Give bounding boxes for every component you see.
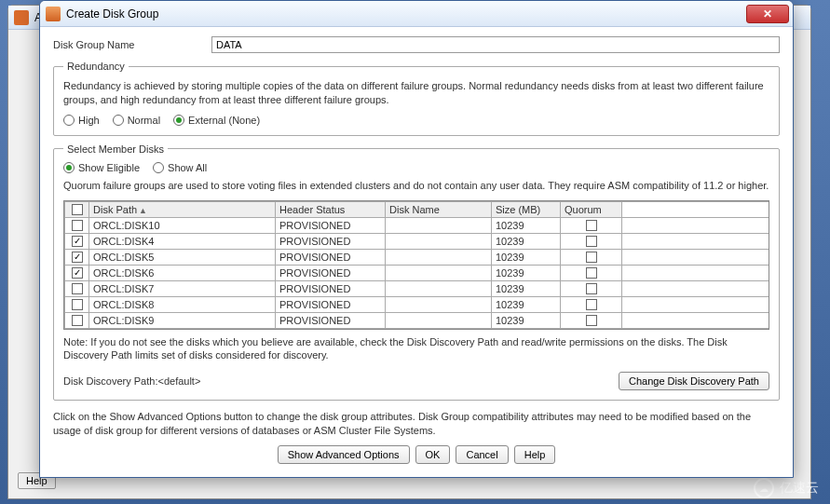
radio-icon bbox=[63, 162, 75, 173]
advanced-options-hint: Click on the Show Advanced Options butto… bbox=[53, 410, 780, 438]
cell-size-mb: 10239 bbox=[492, 312, 561, 328]
discovery-path-label: Disk Discovery Path:<default> bbox=[63, 375, 619, 387]
radio-icon bbox=[173, 115, 184, 126]
show-option-show-eligible[interactable]: Show Eligible bbox=[63, 162, 140, 173]
cell-filler bbox=[622, 217, 769, 233]
col-header-status[interactable]: Header Status bbox=[276, 201, 386, 217]
quorum-checkbox[interactable] bbox=[586, 299, 597, 310]
cell-header-status: PROVISIONED bbox=[276, 265, 386, 280]
redundancy-desc: Redundancy is achieved by storing multip… bbox=[63, 79, 769, 107]
cell-size-mb: 10239 bbox=[492, 217, 561, 233]
cancel-button[interactable]: Cancel bbox=[456, 445, 508, 464]
quorum-checkbox[interactable] bbox=[586, 283, 597, 294]
row-checkbox[interactable] bbox=[72, 267, 83, 279]
quorum-desc: Quorum failure groups are used to store … bbox=[63, 179, 769, 193]
col-size-mb[interactable]: Size (MB) bbox=[492, 201, 561, 217]
watermark: ☁ 亿速云 bbox=[754, 478, 819, 498]
checkbox-icon bbox=[72, 204, 83, 215]
col-disk-name[interactable]: Disk Name bbox=[386, 201, 492, 217]
redundancy-options: HighNormalExternal (None) bbox=[63, 115, 769, 126]
cell-disk-name[interactable] bbox=[386, 312, 492, 328]
row-checkbox[interactable] bbox=[72, 283, 83, 294]
cell-disk-path: ORCL:DISK4 bbox=[89, 233, 276, 249]
row-checkbox[interactable] bbox=[72, 252, 83, 263]
cell-disk-path: ORCL:DISK9 bbox=[89, 312, 276, 328]
radio-label: Normal bbox=[128, 115, 160, 126]
table-row[interactable]: ORCL:DISK4PROVISIONED10239 bbox=[65, 233, 769, 249]
quorum-checkbox[interactable] bbox=[586, 220, 597, 231]
app-icon bbox=[14, 10, 29, 25]
radio-icon bbox=[153, 162, 164, 173]
cell-header-status: PROVISIONED bbox=[276, 296, 386, 312]
cell-filler bbox=[622, 249, 769, 265]
redundancy-option-external-none-[interactable]: External (None) bbox=[173, 115, 260, 126]
quorum-checkbox[interactable] bbox=[586, 252, 597, 263]
titlebar: Create Disk Group ✕ bbox=[40, 1, 793, 27]
cell-disk-path: ORCL:DISK5 bbox=[89, 249, 276, 265]
show-option-show-all[interactable]: Show All bbox=[153, 162, 207, 173]
cell-disk-name[interactable] bbox=[386, 280, 492, 296]
table-row[interactable]: ORCL:DISK8PROVISIONED10239 bbox=[65, 296, 769, 312]
cell-header-status: PROVISIONED bbox=[276, 280, 386, 296]
row-checkbox[interactable] bbox=[72, 236, 83, 247]
cell-size-mb: 10239 bbox=[492, 280, 561, 296]
cell-filler bbox=[622, 312, 769, 328]
cell-size-mb: 10239 bbox=[492, 233, 561, 249]
cell-filler bbox=[622, 233, 769, 249]
cell-filler bbox=[622, 280, 769, 296]
quorum-checkbox[interactable] bbox=[586, 236, 597, 247]
redundancy-legend: Redundancy bbox=[63, 61, 129, 72]
disk-group-name-input[interactable] bbox=[211, 36, 780, 53]
watermark-text: 亿速云 bbox=[780, 480, 819, 497]
show-advanced-options-button[interactable]: Show Advanced Options bbox=[278, 445, 410, 464]
cell-header-status: PROVISIONED bbox=[276, 312, 386, 328]
quorum-checkbox[interactable] bbox=[586, 315, 597, 326]
dialog-title: Create Disk Group bbox=[66, 7, 746, 20]
member-disks-legend: Select Member Disks bbox=[63, 143, 168, 155]
dialog-app-icon bbox=[46, 7, 61, 21]
quorum-checkbox[interactable] bbox=[586, 267, 597, 279]
cell-filler bbox=[622, 296, 769, 312]
cell-size-mb: 10239 bbox=[492, 249, 561, 265]
row-checkbox[interactable] bbox=[72, 299, 83, 310]
cell-header-status: PROVISIONED bbox=[276, 249, 386, 265]
row-checkbox[interactable] bbox=[72, 315, 83, 326]
cell-disk-path: ORCL:DISK8 bbox=[89, 296, 276, 312]
sort-icon: ▲ bbox=[139, 206, 147, 215]
redundancy-option-high[interactable]: High bbox=[63, 115, 100, 126]
cell-disk-name[interactable] bbox=[386, 217, 492, 233]
cell-disk-name[interactable] bbox=[386, 233, 492, 249]
help-button[interactable]: Help bbox=[514, 445, 556, 464]
show-options: Show EligibleShow All bbox=[63, 162, 769, 173]
radio-label: External (None) bbox=[188, 115, 260, 126]
radio-icon bbox=[63, 115, 75, 126]
row-checkbox[interactable] bbox=[72, 220, 83, 231]
cell-size-mb: 10239 bbox=[492, 265, 561, 280]
cell-size-mb: 10239 bbox=[492, 296, 561, 312]
cell-header-status: PROVISIONED bbox=[276, 233, 386, 249]
table-row[interactable]: ORCL:DISK9PROVISIONED10239 bbox=[65, 312, 769, 328]
cell-disk-name[interactable] bbox=[386, 249, 492, 265]
close-button[interactable]: ✕ bbox=[746, 5, 789, 23]
close-icon: ✕ bbox=[763, 7, 772, 20]
col-filler bbox=[622, 201, 769, 217]
change-discovery-path-button[interactable]: Change Disk Discovery Path bbox=[619, 372, 769, 390]
ok-button[interactable]: OK bbox=[415, 445, 451, 464]
col-quorum[interactable]: Quorum bbox=[561, 201, 622, 217]
cell-header-status: PROVISIONED bbox=[276, 217, 386, 233]
cell-disk-name[interactable] bbox=[386, 296, 492, 312]
cell-disk-path: ORCL:DISK10 bbox=[89, 217, 276, 233]
table-row[interactable]: ORCL:DISK7PROVISIONED10239 bbox=[65, 280, 769, 296]
discovery-note: Note: If you do not see the disks which … bbox=[63, 335, 769, 363]
disk-group-name-label: Disk Group Name bbox=[53, 39, 211, 50]
table-row[interactable]: ORCL:DISK6PROVISIONED10239 bbox=[65, 265, 769, 280]
table-row[interactable]: ORCL:DISK10PROVISIONED10239 bbox=[65, 217, 769, 233]
cell-disk-path: ORCL:DISK7 bbox=[89, 280, 276, 296]
col-select-all[interactable] bbox=[65, 201, 89, 217]
radio-label: Show Eligible bbox=[78, 162, 140, 173]
col-disk-path[interactable]: Disk Path▲ bbox=[89, 201, 276, 217]
radio-label: High bbox=[78, 115, 100, 126]
redundancy-option-normal[interactable]: Normal bbox=[113, 115, 160, 126]
cell-disk-name[interactable] bbox=[386, 265, 492, 280]
table-row[interactable]: ORCL:DISK5PROVISIONED10239 bbox=[65, 249, 769, 265]
